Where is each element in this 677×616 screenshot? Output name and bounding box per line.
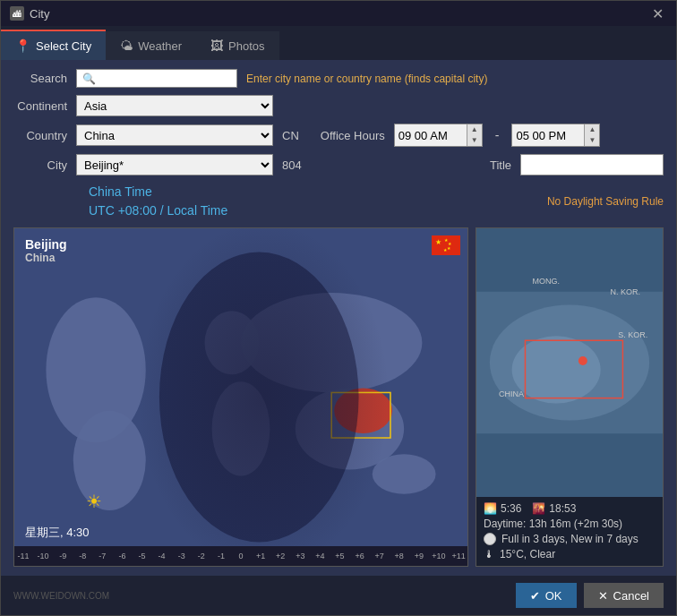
- main-map: Beijing China ★ ★ ★ ★ ★ ☀ 星期三, 4:30: [13, 227, 468, 567]
- timezone-row: China Time UTC +08:00 / Local Time No Da…: [13, 183, 664, 220]
- sun-symbol: ☀: [86, 491, 102, 512]
- city-count: 804: [282, 158, 302, 172]
- timezone-name: China Time: [89, 183, 227, 201]
- sunrise-icon: 🌅: [484, 502, 497, 515]
- tab-select-city-label: Select City: [36, 39, 91, 53]
- tab-select-city[interactable]: 📍 Select City: [1, 30, 106, 60]
- country-select[interactable]: China Japan India: [76, 124, 273, 146]
- map-section: Beijing China ★ ★ ★ ★ ★ ☀ 星期三, 4:30: [13, 227, 664, 567]
- moon-circle: [484, 533, 496, 545]
- timezone-info: China Time UTC +08:00 / Local Time: [89, 183, 227, 220]
- weather-icon: 🌤: [120, 38, 133, 53]
- office-end-wrap: ▲ ▼: [511, 124, 600, 147]
- china-flag: ★ ★ ★ ★ ★: [432, 235, 460, 255]
- svg-point-9: [373, 454, 436, 494]
- label-nkor: N. KOR.: [611, 287, 641, 296]
- mini-map: MONG. CHINA N. KOR. S. KOR. 🌅 5:36 🌇 18:…: [476, 227, 664, 567]
- main-window: 🏙 City ✕ 📍 Select City 🌤 Weather 🖼 Photo…: [0, 0, 677, 616]
- weather-row: 🌡 15°C, Clear: [484, 548, 656, 560]
- continent-label: Continent: [13, 99, 67, 113]
- title-input[interactable]: [520, 154, 664, 175]
- timezone-bar: -11 -10 -9 -8 -7 -6 -5 -4 -3 -2 -1 0 +1 …: [14, 546, 467, 566]
- cancel-x-icon: ✕: [598, 589, 608, 603]
- country-label: Country: [13, 129, 67, 142]
- office-hours-label: Office Hours: [321, 129, 385, 142]
- search-icon: 🔍: [82, 73, 96, 85]
- cancel-label: Cancel: [613, 589, 649, 603]
- map-city-label: Beijing China: [25, 237, 67, 264]
- title-bar-left: 🏙 City: [10, 6, 49, 21]
- footer-brand: WWW.WEIDOWN.COM: [13, 591, 109, 601]
- timezone-utc: UTC +08:00 / Local Time: [89, 201, 227, 220]
- tab-photos-label: Photos: [228, 39, 264, 53]
- sunrise-item: 🌅 5:36: [484, 502, 521, 515]
- svg-point-2: [73, 411, 146, 510]
- title-bar: 🏙 City ✕: [1, 1, 676, 26]
- search-wrap: 🔍: [76, 69, 237, 88]
- map-city-name: Beijing: [25, 237, 67, 252]
- city-label: City: [13, 158, 67, 172]
- country-code: CN: [282, 129, 299, 142]
- datetime-overlay: 星期三, 4:30: [25, 525, 90, 541]
- office-end-spinner: ▲ ▼: [584, 124, 599, 146]
- mini-map-image: MONG. CHINA N. KOR. S. KOR.: [476, 228, 663, 497]
- continent-select[interactable]: Asia Europe America Africa Oceania: [76, 95, 273, 116]
- svg-point-10: [159, 252, 359, 543]
- city-row: City Beijing* Shanghai Guangzhou 804 Tit…: [13, 154, 664, 175]
- sunrise-time: 5:36: [501, 502, 521, 515]
- main-content: Search 🔍 Enter city name or country name…: [1, 60, 676, 576]
- svg-point-21: [578, 356, 587, 365]
- weather-icon: 🌡: [484, 548, 494, 560]
- time-dash: -: [495, 128, 500, 142]
- moon-row: Full in 3 days, New in 7 days: [484, 533, 656, 545]
- mini-info: 🌅 5:36 🌇 18:53 Daytime: 13h 16m (+2m 30s…: [476, 497, 663, 566]
- office-end-input[interactable]: [512, 124, 584, 146]
- continent-row: Continent Asia Europe America Africa Oce…: [13, 95, 664, 116]
- ok-label: OK: [545, 589, 562, 603]
- sun-row: 🌅 5:36 🌇 18:53: [484, 502, 656, 515]
- sunset-time: 18:53: [549, 502, 576, 515]
- office-start-down[interactable]: ▼: [467, 135, 482, 146]
- sunset-icon: 🌇: [532, 502, 545, 515]
- title-label: Title: [490, 158, 511, 172]
- photos-icon: 🖼: [210, 38, 223, 53]
- office-start-input[interactable]: [395, 124, 467, 146]
- sunset-item: 🌇 18:53: [532, 502, 576, 515]
- search-label: Search: [13, 72, 67, 85]
- ok-button[interactable]: ✔ OK: [516, 583, 577, 608]
- office-start-spinner: ▲ ▼: [467, 124, 482, 146]
- search-row: Search 🔍 Enter city name or country name…: [13, 69, 664, 88]
- city-select[interactable]: Beijing* Shanghai Guangzhou: [76, 154, 273, 175]
- office-end-down[interactable]: ▼: [585, 135, 599, 146]
- daytime-row: Daytime: 13h 16m (+2m 30s): [484, 518, 656, 530]
- moon-text: Full in 3 days, New in 7 days: [501, 533, 638, 545]
- svg-text:★: ★: [435, 238, 441, 246]
- tab-photos[interactable]: 🖼 Photos: [196, 31, 279, 60]
- cancel-button[interactable]: ✕ Cancel: [584, 583, 664, 608]
- country-row: Country China Japan India CN Office Hour…: [13, 124, 664, 147]
- ok-checkmark-icon: ✔: [530, 589, 540, 603]
- weather-text: 15°C, Clear: [500, 548, 555, 560]
- label-china: CHINA: [499, 389, 524, 398]
- search-input[interactable]: [99, 72, 225, 85]
- tab-bar: 📍 Select City 🌤 Weather 🖼 Photos: [1, 26, 676, 60]
- daytime-text: Daytime: 13h 16m (+2m 30s): [484, 518, 622, 530]
- app-icon: 🏙: [10, 6, 24, 21]
- no-dst-label: No Daylight Saving Rule: [236, 195, 664, 208]
- tab-weather-label: Weather: [138, 39, 182, 53]
- window-title: City: [30, 7, 49, 21]
- footer: WWW.WEIDOWN.COM ✔ OK ✕ Cancel: [1, 576, 676, 615]
- office-end-up[interactable]: ▲: [585, 124, 599, 135]
- select-city-icon: 📍: [15, 38, 30, 53]
- office-start-up[interactable]: ▲: [467, 124, 482, 135]
- label-mongolia: MONG.: [532, 277, 560, 286]
- label-skor: S. KOR.: [618, 330, 647, 339]
- tab-weather[interactable]: 🌤 Weather: [106, 31, 196, 60]
- close-button[interactable]: ✕: [648, 5, 667, 22]
- search-hint: Enter city name or country name (finds c…: [246, 73, 487, 85]
- office-start-wrap: ▲ ▼: [394, 124, 483, 147]
- map-country-name: China: [25, 252, 67, 264]
